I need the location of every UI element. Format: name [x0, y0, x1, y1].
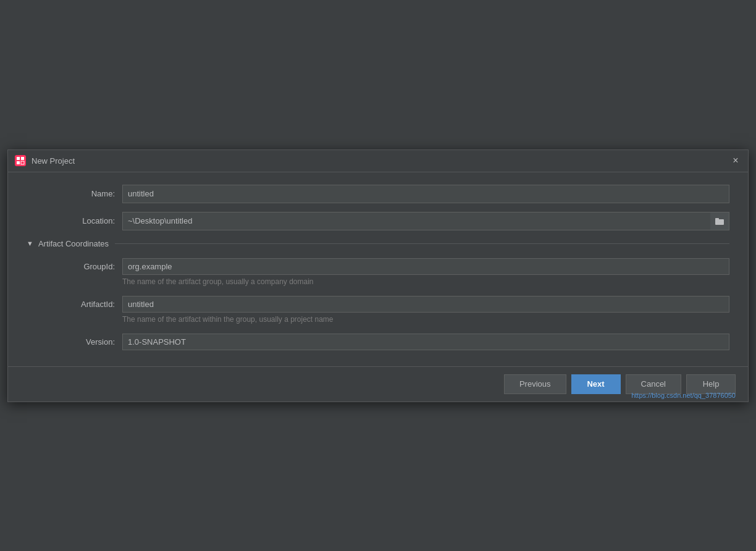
location-field-group [122, 212, 729, 230]
section-divider-line [115, 243, 729, 244]
app-icon [14, 154, 27, 167]
artifactid-hint: The name of the artifact within the grou… [122, 315, 729, 324]
browse-button[interactable] [710, 212, 729, 230]
new-project-dialog: New Project × Name: Location: [7, 149, 749, 402]
watermark-link: https://blog.csdn.net/qq_37876050 [631, 392, 736, 399]
groupid-input[interactable] [122, 258, 729, 275]
version-input[interactable] [122, 334, 729, 350]
name-row: Name: [27, 185, 729, 203]
name-input[interactable] [122, 185, 729, 203]
version-label: Version: [39, 334, 122, 347]
next-button[interactable]: Next [571, 374, 621, 394]
groupid-label: GroupId: [39, 258, 122, 271]
location-input[interactable] [122, 212, 710, 230]
artifact-fields: GroupId: The name of the artifact group,… [27, 258, 729, 350]
groupid-hint: The name of the artifact group, usually … [122, 277, 729, 286]
groupid-row: GroupId: The name of the artifact group,… [39, 258, 729, 292]
location-label: Location: [27, 216, 122, 225]
dialog-content: Name: Location: ▼ Artifact Coordinates [8, 172, 748, 366]
svg-rect-6 [715, 218, 719, 220]
close-button[interactable]: × [729, 154, 742, 167]
previous-button[interactable]: Previous [504, 374, 566, 394]
title-bar: New Project × [8, 150, 748, 172]
artifact-section-header: ▼ Artifact Coordinates [27, 239, 729, 248]
svg-rect-4 [21, 161, 24, 164]
groupid-field-wrap: The name of the artifact group, usually … [122, 258, 729, 292]
artifact-section-title: Artifact Coordinates [38, 239, 109, 248]
artifactid-field-wrap: The name of the artifact within the grou… [122, 296, 729, 330]
svg-rect-5 [715, 219, 724, 225]
collapse-triangle[interactable]: ▼ [27, 240, 33, 247]
artifactid-row: ArtifactId: The name of the artifact wit… [39, 296, 729, 330]
svg-rect-1 [17, 157, 20, 160]
name-label: Name: [27, 189, 122, 198]
artifactid-input[interactable] [122, 296, 729, 313]
artifactid-label: ArtifactId: [39, 296, 122, 309]
location-row: Location: [27, 212, 729, 230]
version-field-wrap [122, 334, 729, 350]
svg-rect-2 [21, 157, 24, 160]
svg-rect-3 [17, 161, 20, 164]
version-row: Version: [39, 334, 729, 350]
dialog-title: New Project [32, 156, 729, 166]
